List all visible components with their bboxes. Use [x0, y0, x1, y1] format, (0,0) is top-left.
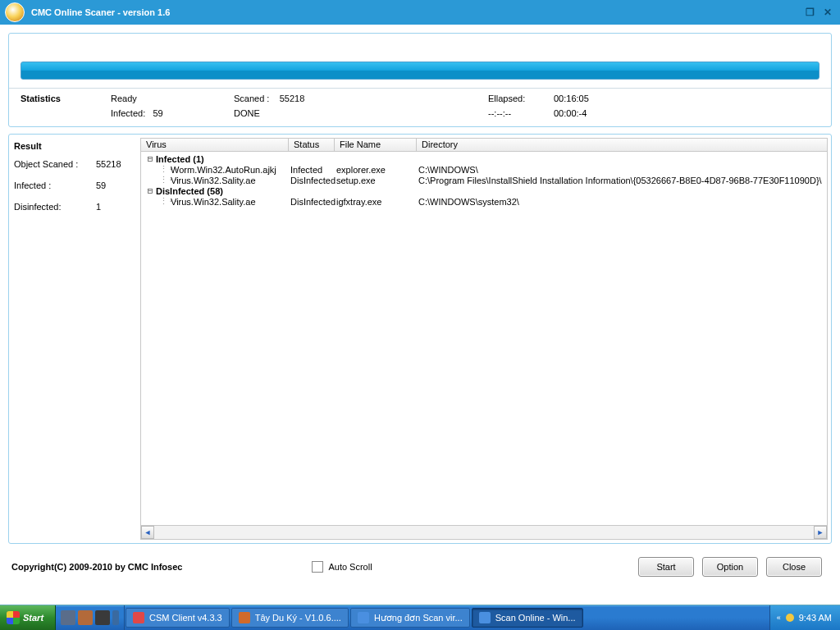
taskbar-item[interactable]: Tây Du Ký - V1.0.6....	[231, 608, 349, 628]
checkbox-icon[interactable]	[312, 561, 323, 573]
option-button[interactable]: Option	[702, 557, 758, 577]
result-infected-value: 59	[96, 180, 106, 190]
result-tree[interactable]: ⊟Infected (1)⋮··Worm.Win32.AutoRun.ajkjI…	[140, 152, 828, 526]
task-icon	[479, 612, 491, 623]
task-icon	[358, 612, 369, 623]
taskbar-item[interactable]: CSM Client v4.3.3	[126, 608, 230, 628]
restore-icon[interactable]: ❐	[802, 6, 817, 19]
progress-bar	[21, 62, 819, 80]
result-disinfected-label: Disinfected:	[14, 202, 96, 212]
start-button[interactable]: Start	[638, 557, 694, 577]
tray-expand-icon[interactable]: «	[777, 614, 781, 622]
app-logo-icon	[5, 2, 25, 22]
col-status[interactable]: Status	[289, 139, 335, 151]
est-value: 00:00:-4	[554, 108, 652, 118]
taskbar-item[interactable]: Scan Online - Win...	[472, 608, 583, 628]
app-window: CMC Online Scaner - version 1.6 ❐ ✕ Stat…	[0, 0, 840, 605]
horizontal-scrollbar[interactable]: ◄ ►	[140, 526, 828, 540]
grid-header[interactable]: Virus Status File Name Directory	[140, 138, 828, 152]
ql-icon-3[interactable]	[95, 610, 110, 625]
task-label: Scan Online - Win...	[495, 613, 576, 623]
done-label: DONE	[234, 108, 340, 118]
auto-scroll-checkbox[interactable]: Auto Scroll	[312, 561, 372, 573]
taskbar-item[interactable]: Hương đơn Scan vir...	[350, 608, 470, 628]
ql-icon-2[interactable]	[78, 610, 93, 625]
elapsed-value: 00:16:05	[554, 94, 652, 103]
tray-icon-1[interactable]	[786, 614, 794, 622]
start-menu-button[interactable]: Start	[0, 605, 56, 630]
collapse-icon[interactable]: ⊟	[144, 153, 156, 164]
ql-icon-1[interactable]	[61, 610, 75, 625]
tree-group[interactable]: ⊟Infected (1)	[141, 153, 827, 164]
task-icon	[239, 612, 250, 623]
auto-scroll-label: Auto Scroll	[328, 562, 372, 572]
result-disinfected-value: 1	[96, 202, 101, 212]
object-scaned-value: 55218	[96, 159, 121, 169]
scroll-track[interactable]	[154, 526, 814, 539]
infected-label: Infected:	[111, 108, 145, 118]
start-label: Start	[23, 613, 43, 623]
titlebar[interactable]: CMC Online Scaner - version 1.6 ❐ ✕	[0, 0, 840, 25]
copyright: Copyright(C) 2009-2010 by CMC Infosec	[11, 562, 182, 572]
est-label: --:--:--	[488, 108, 554, 118]
close-icon[interactable]: ✕	[820, 6, 835, 19]
window-title: CMC Online Scaner - version 1.6	[31, 7, 170, 17]
tree-branch-icon: ⋮··	[159, 196, 171, 207]
col-dir[interactable]: Directory	[417, 139, 827, 151]
elapsed-label: Ellapsed:	[488, 94, 554, 103]
scaned-label: Scaned :	[234, 94, 269, 103]
task-label: CSM Client v4.3.3	[149, 613, 222, 623]
footer: Copyright(C) 2009-2010 by CMC Infosec Au…	[8, 550, 832, 585]
tree-branch-icon: ⋮··	[159, 164, 171, 175]
windows-logo-icon	[7, 611, 20, 624]
infected-value: 59	[153, 108, 162, 118]
scaned-value: 55218	[280, 94, 305, 103]
ql-icon-4[interactable]	[112, 610, 119, 625]
scroll-right-icon[interactable]: ►	[814, 526, 827, 539]
statistics: Statistics Ready Scaned : 55218 Ellapsed…	[9, 88, 831, 126]
system-tray[interactable]: « 9:43 AM	[769, 605, 840, 630]
scroll-left-icon[interactable]: ◄	[141, 526, 154, 539]
task-label: Hương đơn Scan vir...	[374, 613, 463, 623]
object-scaned-label: Object Scaned :	[14, 159, 96, 169]
task-label: Tây Du Ký - V1.0.6....	[255, 613, 341, 623]
result-title: Result	[14, 141, 135, 151]
tree-row[interactable]: ⋮··Virus.Win32.Sality.aeDisInfectedigfxt…	[141, 196, 827, 207]
taskbar[interactable]: Start CSM Client v4.3.3Tây Du Ký - V1.0.…	[0, 605, 840, 630]
close-button[interactable]: Close	[766, 557, 822, 577]
col-file[interactable]: File Name	[335, 139, 417, 151]
col-virus[interactable]: Virus	[141, 139, 289, 151]
task-icon	[133, 612, 144, 623]
statistics-title: Statistics	[21, 94, 111, 103]
clock[interactable]: 9:43 AM	[799, 613, 832, 623]
result-panel: Result Object Scaned :55218 Infected :59…	[8, 134, 832, 544]
result-summary: Result Object Scaned :55218 Infected :59…	[9, 135, 140, 543]
tree-branch-icon: ⋮··	[159, 175, 171, 185]
result-infected-label: Infected :	[14, 180, 96, 190]
tree-row[interactable]: ⋮··Worm.Win32.AutoRun.ajkjInfectedexplor…	[141, 164, 827, 175]
tree-row[interactable]: ⋮··Virus.Win32.Sality.aeDisInfectedsetup…	[141, 175, 827, 185]
progress-panel: Statistics Ready Scaned : 55218 Ellapsed…	[8, 33, 832, 127]
quick-launch	[56, 605, 125, 630]
status-ready: Ready	[111, 94, 234, 103]
collapse-icon[interactable]: ⊟	[144, 185, 156, 196]
tree-group[interactable]: ⊟DisInfected (58)	[141, 185, 827, 196]
